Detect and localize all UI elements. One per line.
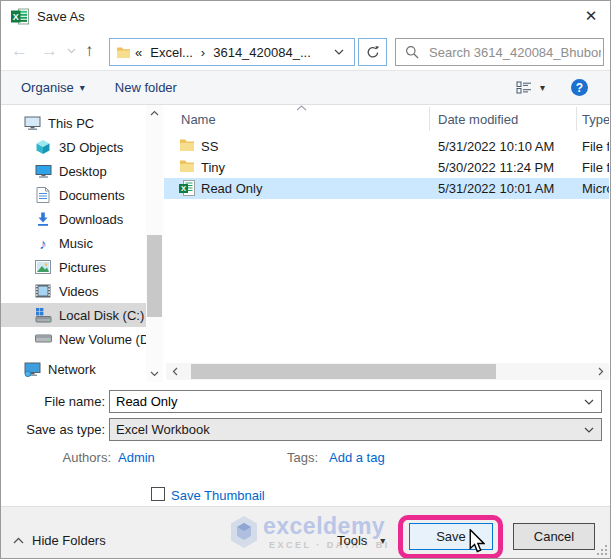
file-row-ss[interactable]: SS 5/31/2022 10:10 AM File folder (164, 136, 609, 157)
sidebar-item-pictures[interactable]: Pictures (1, 255, 146, 279)
file-type: File folder (582, 136, 609, 157)
refresh-button[interactable] (358, 38, 387, 66)
address-bar[interactable]: « Excel... › 3614_420084_... (109, 38, 355, 66)
mouse-cursor-icon (468, 529, 485, 554)
breadcrumb-separator: › (201, 45, 205, 60)
this-pc-icon (23, 115, 41, 131)
sidebar-item-documents[interactable]: Documents (1, 183, 146, 207)
breadcrumb-prefix[interactable]: « (135, 45, 142, 60)
chevron-down-icon[interactable] (584, 427, 594, 433)
tools-dropdown-icon: ▾ (380, 535, 385, 546)
sidebar-item-network[interactable]: Network (1, 357, 146, 381)
svg-text:X: X (181, 184, 186, 193)
organise-label: Organise (21, 80, 74, 95)
scroll-left-icon[interactable] (166, 363, 183, 379)
file-date-modified: 5/30/2022 11:24 PM (438, 157, 554, 178)
address-dropdown-icon[interactable] (334, 49, 344, 55)
navigation-pane: This PC 3D Objects Desktop Documents Dow… (1, 105, 146, 382)
organise-dropdown-icon: ▾ (80, 82, 85, 93)
file-row-tiny[interactable]: Tiny 5/30/2022 11:24 PM File folder (164, 157, 609, 178)
scroll-right-icon[interactable] (592, 363, 609, 379)
view-mode-icon[interactable] (516, 81, 532, 94)
file-list-horizontal-scrollbar[interactable] (166, 363, 609, 380)
cancel-button[interactable]: Cancel (513, 523, 595, 550)
excel-file-icon: X (179, 180, 195, 196)
network-icon (23, 361, 41, 377)
forward-icon[interactable]: → (41, 39, 58, 63)
3d-objects-icon (34, 139, 52, 155)
file-name: Read Only (201, 178, 262, 199)
organise-menu[interactable]: Organise ▾ (21, 80, 85, 95)
tools-label: Tools (337, 533, 367, 548)
file-name-label: File name: (1, 394, 105, 409)
column-header-type[interactable]: Type (582, 112, 609, 127)
new-volume-icon (34, 334, 52, 344)
save-button-label: Save (436, 529, 466, 544)
sidebar-item-music[interactable]: ♪ Music (1, 231, 146, 255)
downloads-icon (34, 211, 52, 227)
sidebar-item-new-volume-d[interactable]: New Volume (D: (1, 327, 146, 351)
cancel-button-label: Cancel (534, 529, 574, 544)
sidebar-item-3d-objects[interactable]: 3D Objects (1, 135, 146, 159)
add-a-tag-link[interactable]: Add a tag (329, 450, 385, 465)
view-dropdown-icon[interactable]: ▾ (540, 82, 545, 93)
help-icon[interactable]: ? (571, 79, 588, 96)
scroll-down-icon[interactable] (146, 366, 163, 382)
file-row-read-only[interactable]: X Read Only 5/31/2022 10:01 AM Microsoft… (164, 178, 609, 199)
title-bar: X Save As ✕ (1, 1, 610, 32)
tools-menu[interactable]: Tools ▾ (337, 533, 385, 548)
sidebar-scrollbar[interactable] (146, 105, 163, 382)
close-icon[interactable]: ✕ (578, 4, 604, 28)
folder-icon (179, 138, 195, 152)
save-as-dialog: X Save As ✕ ← → ↑ « Excel... › 3614_4200… (0, 0, 611, 559)
column-divider[interactable] (429, 107, 430, 131)
file-list: Name Date modified Type SS 5/31/2022 10:… (164, 105, 609, 363)
command-toolbar: Organise ▾ New folder ▾ ? (1, 70, 610, 105)
search-box[interactable] (395, 38, 604, 66)
sidebar-item-label: Videos (59, 284, 99, 299)
resize-grip[interactable] (597, 545, 607, 555)
list-header: Name Date modified Type (164, 105, 609, 133)
sidebar-item-label: New Volume (D: (59, 332, 146, 347)
hide-folders-button[interactable]: Hide Folders (13, 533, 106, 548)
save-as-type-dropdown[interactable]: Excel Workbook (109, 418, 602, 441)
scrollbar-thumb[interactable] (191, 364, 496, 379)
sidebar-item-downloads[interactable]: Downloads (1, 207, 146, 231)
tags-label: Tags: (256, 450, 318, 465)
excel-app-icon: X (11, 8, 29, 25)
folder-icon (116, 46, 131, 59)
column-header-date-modified[interactable]: Date modified (438, 112, 518, 127)
save-thumbnail-label: Save Thumbnail (171, 488, 265, 503)
sort-ascending-icon (296, 105, 307, 111)
sidebar-item-desktop[interactable]: Desktop (1, 159, 146, 183)
sidebar-item-this-pc[interactable]: This PC (1, 111, 146, 135)
column-divider[interactable] (576, 107, 577, 131)
folder-icon (179, 159, 195, 173)
search-icon (405, 45, 419, 59)
breadcrumb-parent[interactable]: Excel... (150, 45, 193, 60)
scrollbar-thumb[interactable] (147, 235, 162, 317)
scroll-up-icon[interactable] (146, 105, 163, 121)
sidebar-item-label: Pictures (59, 260, 106, 275)
search-input[interactable] (427, 44, 603, 61)
file-name-combobox[interactable] (109, 390, 602, 413)
file-name-input[interactable] (110, 393, 584, 410)
history-chevron-icon[interactable] (67, 48, 76, 54)
file-date-modified: 5/31/2022 10:01 AM (438, 178, 554, 199)
file-date-modified: 5/31/2022 10:10 AM (438, 136, 554, 157)
back-icon[interactable]: ← (11, 39, 28, 63)
save-thumbnail-checkbox[interactable] (151, 487, 165, 501)
up-directory-icon[interactable]: ↑ (85, 39, 94, 63)
sidebar-item-label: Downloads (59, 212, 123, 227)
chevron-up-icon (13, 537, 24, 544)
authors-value-link[interactable]: Admin (118, 450, 155, 465)
file-type: Microsoft Excel W... (582, 178, 609, 199)
chevron-down-icon[interactable] (584, 399, 594, 405)
sidebar-item-local-disk-c[interactable]: Local Disk (C:) (1, 303, 146, 327)
column-header-name[interactable]: Name (181, 112, 216, 127)
breadcrumb-current[interactable]: 3614_420084_... (213, 45, 311, 60)
new-folder-button[interactable]: New folder (115, 80, 177, 95)
sidebar-item-videos[interactable]: Videos (1, 279, 146, 303)
authors-label: Authors: (1, 450, 111, 465)
file-name: SS (201, 136, 218, 157)
